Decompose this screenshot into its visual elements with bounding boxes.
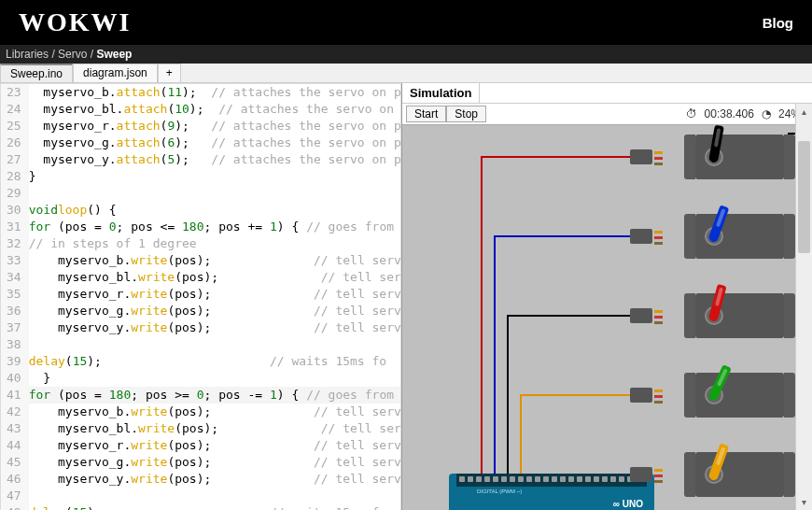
- code-content[interactable]: myservo_b.attach(11); // attaches the se…: [29, 84, 401, 510]
- servo-body: [695, 214, 784, 259]
- line-gutter: 2324252627282930313233343536373839404142…: [1, 84, 29, 510]
- start-button[interactable]: Start: [406, 106, 446, 122]
- tab-diagram-json[interactable]: diagram.json: [73, 64, 158, 82]
- servo-body: [695, 135, 784, 179]
- simulation-status: ⏱ 00:38.406 ◔ 24%: [686, 107, 808, 120]
- scroll-down-icon[interactable]: ▾: [796, 494, 812, 510]
- servo-body: [695, 293, 784, 338]
- servo-connector: [630, 306, 686, 325]
- servo-body: [695, 452, 784, 497]
- servo-4[interactable]: [695, 452, 784, 497]
- simulation-title: Simulation: [402, 83, 480, 103]
- logo[interactable]: WOKWI: [19, 7, 131, 37]
- simulation-canvas[interactable]: DIGITAL (PWM ~) ∞ UNO: [402, 125, 812, 510]
- servo-0[interactable]: [695, 135, 784, 179]
- servo-3[interactable]: [695, 373, 784, 418]
- scroll-thumb[interactable]: [798, 141, 810, 253]
- servo-connector: [630, 386, 686, 404]
- simulation-panel: Simulation Start Stop ⏱ 00:38.406 ◔ 24% …: [401, 83, 812, 510]
- arduino-headers: [456, 474, 647, 487]
- servo-1[interactable]: [695, 214, 784, 259]
- servo-connector: [630, 227, 686, 246]
- code-editor[interactable]: 2324252627282930313233343536373839404142…: [0, 83, 401, 510]
- tab-add[interactable]: +: [158, 64, 181, 82]
- servo-body: [695, 373, 784, 418]
- stopwatch-icon: ⏱: [686, 107, 697, 120]
- servo-connector: [630, 465, 686, 484]
- editor-tabs: Sweep.ino diagram.json +: [0, 64, 812, 83]
- sim-time: 00:38.406: [705, 107, 754, 120]
- arduino-label: ∞ UNO: [613, 499, 643, 509]
- scroll-up-icon[interactable]: ▴: [796, 104, 812, 120]
- stop-button[interactable]: Stop: [446, 106, 486, 122]
- blog-link[interactable]: Blog: [763, 15, 793, 31]
- app-header: WOKWI Blog: [0, 0, 812, 45]
- simulation-controls: Start Stop ⏱ 00:38.406 ◔ 24%: [402, 104, 812, 125]
- arduino-sublabel: DIGITAL (PWM ~): [477, 489, 522, 494]
- tab-sweep-ino[interactable]: Sweep.ino: [0, 64, 73, 82]
- gauge-icon: ◔: [762, 107, 771, 120]
- simulation-header: Simulation: [402, 83, 812, 104]
- breadcrumb-item[interactable]: Libraries: [6, 48, 49, 61]
- scrollbar-vertical[interactable]: ▴ ▾: [795, 104, 812, 510]
- breadcrumb: Libraries / Servo / Sweep: [0, 45, 812, 64]
- arduino-board[interactable]: DIGITAL (PWM ~) ∞ UNO: [449, 474, 654, 510]
- breadcrumb-item[interactable]: Servo: [58, 48, 87, 61]
- breadcrumb-current: Sweep: [96, 48, 132, 61]
- servo-connector: [630, 148, 686, 166]
- servo-2[interactable]: [695, 293, 784, 338]
